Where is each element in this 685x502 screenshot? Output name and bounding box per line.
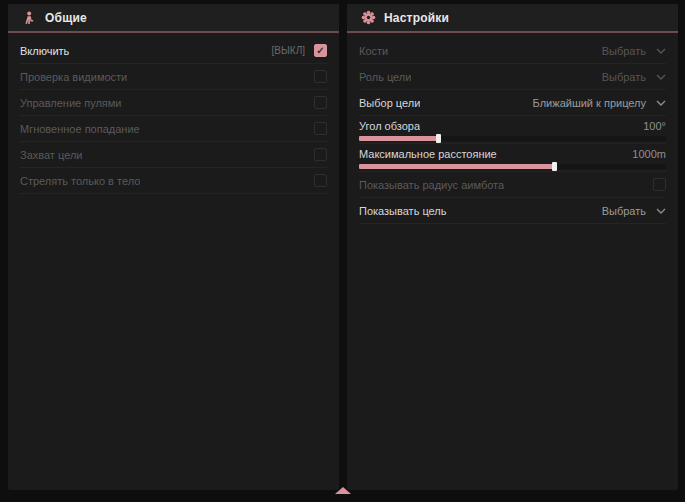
up-triangle-icon[interactable] <box>335 487 351 494</box>
toggle-row-target-lock[interactable]: Захват цели ✓ <box>20 142 327 168</box>
slider-fill <box>359 136 439 141</box>
chevron-down-icon <box>656 208 666 214</box>
panel-settings-header: Настройки <box>347 4 678 33</box>
panel-settings: Настройки Кости Выбрать Роль цели Выбрат… <box>347 4 678 490</box>
dropdown-value: Ближайший к прицелу <box>533 97 646 109</box>
panel-general-title: Общие <box>45 11 87 25</box>
select-label: Кости <box>359 45 388 57</box>
select-row-show-target: Показывать цель Выбрать <box>359 198 666 224</box>
slider-label: Угол обзора <box>359 120 420 132</box>
panel-general-body: Включить [ВЫКЛ] ✓ Проверка видимости ✓ У… <box>8 33 339 194</box>
select-row-target-selection: Выбор цели Ближайший к прицелу <box>359 90 666 116</box>
checkbox[interactable]: ✓ <box>653 178 666 191</box>
panel-settings-body: Кости Выбрать Роль цели Выбрать Выбор це… <box>347 33 678 224</box>
dropdown-value: Выбрать <box>602 71 646 83</box>
slider-label: Максимальное расстояние <box>359 148 497 160</box>
toggle-row-instant-hit[interactable]: Мгновенное попадание ✓ <box>20 116 327 142</box>
toggle-row-enable[interactable]: Включить [ВЫКЛ] ✓ <box>20 38 327 64</box>
check-icon: ✓ <box>316 46 324 56</box>
slider-fill <box>359 164 555 169</box>
slider-thumb[interactable] <box>552 162 557 171</box>
select-label: Выбор цели <box>359 97 420 109</box>
slider-row-max-distance: Максимальное расстояние 1000m <box>359 144 666 172</box>
toggle-row-visibility-check[interactable]: Проверка видимости ✓ <box>20 64 327 90</box>
settings-window: Общие Включить [ВЫКЛ] ✓ Проверка видимос… <box>0 0 685 502</box>
bones-dropdown[interactable]: Выбрать <box>602 45 666 57</box>
select-row-target-role: Роль цели Выбрать <box>359 64 666 90</box>
chevron-down-icon <box>656 100 666 106</box>
checkbox[interactable]: ✓ <box>314 44 327 57</box>
slider-thumb[interactable] <box>436 134 441 143</box>
toggle-label: Управление пулями <box>20 97 122 109</box>
toggle-label: Мгновенное попадание <box>20 123 140 135</box>
person-icon <box>22 10 37 25</box>
checkbox[interactable]: ✓ <box>314 96 327 109</box>
toggle-label: Стрелять только в тело <box>20 175 140 187</box>
gear-icon <box>361 10 376 25</box>
checkbox[interactable]: ✓ <box>314 174 327 187</box>
keybind-tag: [ВЫКЛ] <box>272 45 305 56</box>
dropdown-value: Выбрать <box>602 45 646 57</box>
dropdown-value: Выбрать <box>602 205 646 217</box>
toggle-label: Проверка видимости <box>20 71 127 83</box>
target-selection-dropdown[interactable]: Ближайший к прицелу <box>533 97 666 109</box>
checkbox[interactable]: ✓ <box>314 148 327 161</box>
max-distance-slider[interactable] <box>359 164 666 169</box>
checkbox[interactable]: ✓ <box>314 122 327 135</box>
toggle-label: Включить <box>20 45 69 57</box>
toggle-label: Захват цели <box>20 149 82 161</box>
target-role-dropdown[interactable]: Выбрать <box>602 71 666 83</box>
toggle-row-show-aimbot-radius[interactable]: Показывать радиус аимбота ✓ <box>359 172 666 198</box>
chevron-down-icon <box>656 48 666 54</box>
toggle-label: Показывать радиус аимбота <box>359 179 504 191</box>
panel-general: Общие Включить [ВЫКЛ] ✓ Проверка видимос… <box>8 4 339 490</box>
toggle-row-body-only[interactable]: Стрелять только в тело ✓ <box>20 168 327 194</box>
slider-value: 100° <box>643 120 666 132</box>
slider-value: 1000m <box>632 148 666 160</box>
toggle-row-bullet-control[interactable]: Управление пулями ✓ <box>20 90 327 116</box>
panel-general-header: Общие <box>8 4 339 33</box>
fov-slider[interactable] <box>359 136 666 141</box>
checkbox[interactable]: ✓ <box>314 70 327 83</box>
select-row-bones: Кости Выбрать <box>359 38 666 64</box>
slider-row-fov: Угол обзора 100° <box>359 116 666 144</box>
panel-settings-title: Настройки <box>384 11 449 25</box>
select-label: Роль цели <box>359 71 411 83</box>
show-target-dropdown[interactable]: Выбрать <box>602 205 666 217</box>
chevron-down-icon <box>656 74 666 80</box>
select-label: Показывать цель <box>359 205 447 217</box>
